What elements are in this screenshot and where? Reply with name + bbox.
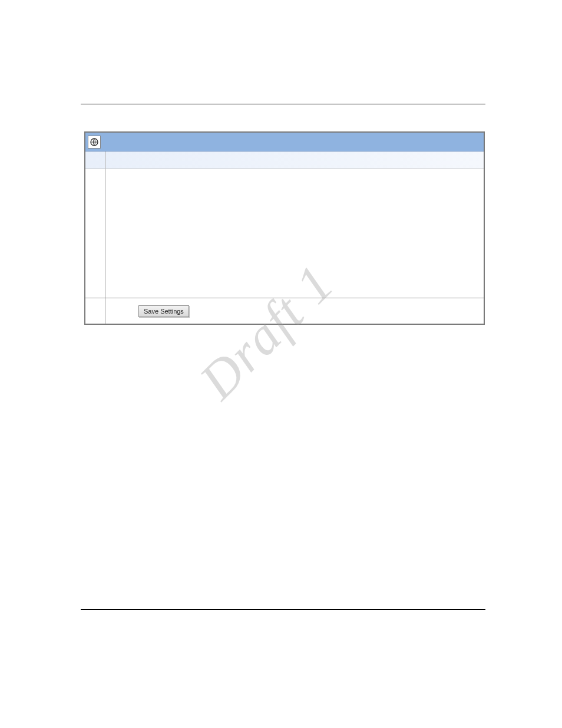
button-row-gutter <box>85 298 106 324</box>
dialog-button-row: Save Settings <box>85 298 484 324</box>
footer-rule <box>81 609 485 610</box>
settings-dialog: Save Settings <box>84 131 485 325</box>
globe-icon <box>88 136 101 149</box>
subheader-gutter <box>85 151 106 169</box>
dialog-titlebar <box>85 133 484 151</box>
header-rule <box>81 104 485 104</box>
button-area: Save Settings <box>106 298 484 324</box>
page-header <box>81 66 485 104</box>
dialog-content <box>85 169 484 298</box>
content-area <box>106 169 484 298</box>
page-footer <box>81 609 485 610</box>
dialog-subheader <box>85 151 484 169</box>
content-gutter <box>85 169 106 298</box>
save-settings-button[interactable]: Save Settings <box>138 305 189 317</box>
